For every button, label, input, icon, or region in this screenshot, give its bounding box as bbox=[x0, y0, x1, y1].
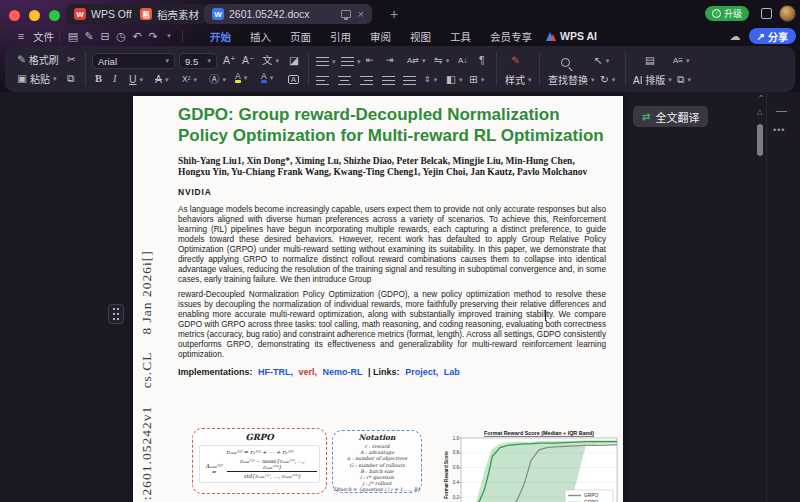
link-hf-trl[interactable]: HF-TRL, bbox=[258, 367, 293, 377]
align-justify-button[interactable] bbox=[382, 73, 395, 88]
ribbon-tabs: 开始 插入 页面 引用 审阅 视图 工具 会员专享 bbox=[210, 29, 532, 44]
shading-button[interactable]: ◧▾ bbox=[446, 72, 462, 87]
proofread-button[interactable]: A≡▾ bbox=[673, 53, 690, 68]
divider bbox=[539, 52, 540, 86]
chevron-down-icon: ▾ bbox=[434, 76, 438, 84]
replace-icon: ↻ bbox=[600, 74, 609, 85]
align-distribute-button[interactable] bbox=[403, 73, 416, 88]
link-nemo-rl[interactable]: Nemo-RL bbox=[323, 367, 363, 377]
grpo-box-title: GRPO bbox=[193, 432, 326, 442]
align-center-button[interactable] bbox=[338, 73, 351, 88]
text-wrap-button[interactable]: ⇋▾ bbox=[434, 53, 449, 68]
underline-button[interactable]: U▾ bbox=[129, 72, 143, 87]
fullscreen-window-button[interactable] bbox=[49, 10, 60, 21]
collapse-panel-icon[interactable]: — bbox=[776, 104, 787, 116]
new-tab-button[interactable]: + bbox=[384, 4, 404, 24]
styles-pen-button[interactable]: ✎ bbox=[511, 53, 520, 68]
increase-font-button[interactable]: A⁺ bbox=[223, 53, 236, 68]
text-direction-button[interactable]: A⇄▾ bbox=[407, 53, 426, 68]
italic-button[interactable]: I bbox=[113, 72, 117, 87]
undo-icon[interactable]: ↶ bbox=[129, 30, 145, 43]
align-left-button[interactable] bbox=[316, 73, 329, 88]
file-menu-label: 文件 bbox=[33, 29, 54, 44]
scroll-up-icon[interactable]: △ bbox=[757, 108, 762, 116]
link-lab[interactable]: Lab bbox=[444, 367, 460, 377]
tab-home[interactable]: 开始 bbox=[210, 29, 231, 44]
close-window-button[interactable] bbox=[9, 10, 20, 21]
svg-text:GRPO: GRPO bbox=[584, 493, 598, 498]
restore-window-icon[interactable] bbox=[761, 8, 772, 19]
ai-doc-icon: ▤ bbox=[645, 55, 655, 66]
save-icon[interactable]: ▤ bbox=[65, 30, 81, 43]
font-name-select[interactable]: Arial ▾ bbox=[92, 53, 175, 69]
user-avatar[interactable] bbox=[779, 5, 796, 22]
format-painter-button[interactable]: ✎ 格式刷 bbox=[17, 52, 59, 67]
tab-references[interactable]: 引用 bbox=[330, 29, 351, 44]
select-button[interactable]: ↖▾ bbox=[594, 53, 609, 68]
find-replace-button[interactable]: 查找替换 ▾ bbox=[548, 72, 595, 87]
highlight-button[interactable]: A▾ bbox=[235, 70, 247, 85]
close-tab-icon[interactable]: × bbox=[358, 8, 364, 20]
vertical-scrollbar[interactable] bbox=[757, 124, 763, 156]
tab-docer[interactable]: 稻 稻壳素材 bbox=[132, 4, 207, 24]
borders-button[interactable]: ⊞▾ bbox=[469, 72, 484, 87]
strikethrough-button[interactable]: A▾ bbox=[155, 72, 169, 87]
copy-button[interactable]: ⧉ bbox=[67, 71, 75, 86]
print-icon[interactable]: ⊟ bbox=[97, 30, 113, 43]
document-page[interactable]: v:2601.05242v1 cs.CL 8 Jan 2026i[] GDPO:… bbox=[133, 96, 623, 502]
cursor-select-icon: ↖ bbox=[594, 55, 603, 66]
drag-handle[interactable] bbox=[108, 304, 124, 324]
pen-icon[interactable]: ✎ bbox=[81, 30, 97, 43]
file-menu[interactable]: ≡ 文件 bbox=[13, 29, 54, 44]
line-spacing-button[interactable]: ⇕▾ bbox=[424, 72, 437, 87]
tab-review[interactable]: 审阅 bbox=[370, 29, 391, 44]
text-effect-button[interactable]: Ⓐ▾ bbox=[209, 72, 226, 87]
decrease-indent-button[interactable]: ⇤ bbox=[366, 53, 374, 68]
font-color-button[interactable]: A▾ bbox=[261, 70, 273, 85]
replace-button[interactable]: ↻▾ bbox=[600, 72, 615, 87]
superscript-button[interactable]: X²▾ bbox=[182, 72, 197, 87]
tab-view[interactable]: 视图 bbox=[410, 29, 431, 44]
tab-page[interactable]: 页面 bbox=[290, 29, 311, 44]
upgrade-button[interactable]: ↑ 升级 bbox=[705, 6, 749, 21]
layers-button[interactable]: ⧉▾ bbox=[677, 72, 691, 87]
show-marks-button[interactable]: ¶ bbox=[479, 53, 485, 68]
sort-button[interactable]: A↓ bbox=[458, 53, 467, 68]
monitor-icon[interactable] bbox=[341, 10, 351, 18]
bullet-list-button[interactable]: ▾ bbox=[316, 54, 336, 69]
tab-member[interactable]: 会员专享 bbox=[490, 29, 532, 44]
font-size-select[interactable]: 9.5 ▾ bbox=[179, 53, 217, 69]
decrease-font-button[interactable]: A⁻ bbox=[242, 53, 255, 68]
increase-indent-button[interactable]: ⇥ bbox=[386, 53, 394, 68]
chevron-down-icon: ▾ bbox=[459, 76, 463, 84]
bold-button[interactable]: B bbox=[95, 72, 102, 87]
search-button[interactable] bbox=[561, 55, 570, 70]
tab-wps-ai[interactable]: WPS AI bbox=[546, 30, 597, 42]
clear-format-button[interactable]: ◪ bbox=[289, 53, 299, 68]
notation-box-title: Notation bbox=[333, 433, 421, 442]
cut-button[interactable]: ✂ bbox=[67, 52, 76, 67]
translate-button[interactable]: ⇄ 全文翻译 bbox=[633, 106, 708, 127]
history-icon[interactable]: ◷ bbox=[113, 30, 129, 43]
align-right-button[interactable] bbox=[360, 73, 373, 88]
char-border-button[interactable]: A bbox=[288, 72, 299, 87]
share-button[interactable]: ↗ 分享 bbox=[749, 28, 796, 44]
link-verl[interactable]: verl, bbox=[299, 367, 318, 377]
cloud-sync-icon[interactable]: ☁ bbox=[730, 30, 741, 43]
styles-button[interactable]: 样式 ▾ bbox=[505, 72, 532, 87]
ai-doc-button[interactable]: ▤ bbox=[645, 53, 655, 68]
numbered-list-button[interactable]: ▾ bbox=[341, 54, 361, 69]
tab-insert[interactable]: 插入 bbox=[250, 29, 271, 44]
minimize-window-button[interactable] bbox=[29, 10, 40, 21]
grpo-formula-sum: rₛᵤₘ⁽ⁱʲ⁾ = r₁⁽ⁱʲ⁾ + ⋯ + rₙ⁽ⁱʲ⁾ bbox=[202, 449, 317, 455]
redo-icon[interactable]: ↷ bbox=[145, 30, 161, 43]
tab-document[interactable]: W 2601.05242.docx × bbox=[204, 4, 372, 24]
more-options-icon[interactable]: ••• bbox=[773, 125, 785, 135]
chevron-down-icon[interactable]: ▾ bbox=[161, 32, 177, 40]
ai-layout-button[interactable]: AI 排版 ▾ bbox=[633, 72, 672, 87]
scroll-to-top-icon[interactable]: ⌃ bbox=[756, 95, 766, 102]
paste-button[interactable]: ▣ 粘贴 ▾ bbox=[17, 71, 56, 86]
tab-tools[interactable]: 工具 bbox=[450, 29, 471, 44]
link-project[interactable]: Project, bbox=[405, 367, 438, 377]
text-tool-button[interactable]: 文▾ bbox=[262, 53, 279, 68]
